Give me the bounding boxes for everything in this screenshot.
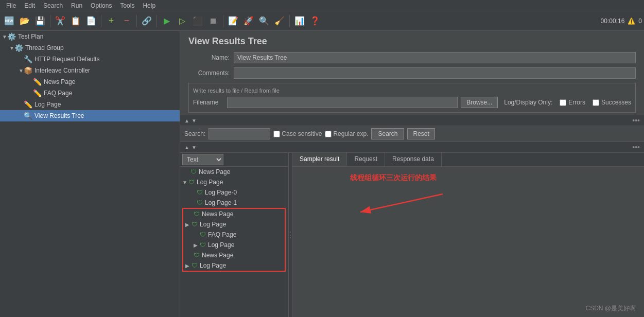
expand-arrow-logpage1[interactable]: ▼ xyxy=(182,180,188,185)
thread-group-icon: ⚙️ xyxy=(14,44,23,52)
sidebar-label-http-defaults: HTTP Request Defaults xyxy=(34,56,100,63)
result-label-lp0: Log Page-0 xyxy=(205,189,237,196)
tab-sampler-result[interactable]: Sampler result xyxy=(292,153,347,166)
sidebar-item-faq-page[interactable]: ✏️ FAQ Page xyxy=(0,87,180,99)
browse-button[interactable]: Browse... xyxy=(461,97,498,108)
case-sensitive-group: Case sensitive xyxy=(273,130,322,137)
toolbar-remote-stop[interactable]: 🔍 xyxy=(257,14,271,28)
toolbar-log[interactable]: 📊 xyxy=(292,14,307,28)
tab-request[interactable]: Request xyxy=(347,153,385,166)
toolbar-help[interactable]: ❓ xyxy=(308,14,322,28)
sidebar-item-view-results-tree[interactable]: 🔍 View Results Tree xyxy=(0,110,180,121)
result-item-news-page-3[interactable]: 🛡 News Page xyxy=(183,250,285,260)
name-label: Name: xyxy=(188,54,230,61)
toolbar-save[interactable]: 💾 xyxy=(33,14,47,28)
filename-input[interactable] xyxy=(227,97,458,108)
expand-arrow-lp3[interactable]: ▶ xyxy=(194,242,200,248)
result-item-log-page-4[interactable]: ▶ 🛡 Log Page xyxy=(183,260,285,271)
dots-menu-1[interactable]: ••• xyxy=(632,116,640,125)
errors-checkbox[interactable] xyxy=(560,99,566,106)
expand-arrow-lp2[interactable]: ▶ xyxy=(185,222,192,227)
green-shield-lp1: 🛡 xyxy=(197,199,203,206)
toolbar-paste[interactable]: 📄 xyxy=(84,14,98,28)
name-input[interactable] xyxy=(234,52,636,63)
toolbar-open[interactable]: 📂 xyxy=(18,14,32,28)
toolbar-browse[interactable]: 🔗 xyxy=(140,14,154,28)
log-page-icon: ✏️ xyxy=(24,100,32,109)
green-shield-icon-2: 🛡 xyxy=(188,179,195,186)
sidebar-label-log-page: Log Page xyxy=(34,101,61,108)
toolbar-remove[interactable]: − xyxy=(119,14,134,28)
toolbar-clear[interactable]: 🧹 xyxy=(272,14,287,28)
result-item-log-page-0[interactable]: 🛡 Log Page-0 xyxy=(180,187,288,198)
up-arrow-btn-2[interactable]: ▲ xyxy=(184,145,189,150)
sidebar-item-thread-group[interactable]: ▼ ⚙️ Thread Group xyxy=(0,42,180,54)
file-section: Write results to file / Read from file F… xyxy=(188,83,636,113)
successes-checkbox[interactable] xyxy=(593,99,599,106)
results-left-toolbar: Text HTML XML JSON xyxy=(180,153,288,167)
csdn-watermark: CSDN @是美好啊 xyxy=(585,304,636,313)
toolbar-copy[interactable]: 📋 xyxy=(68,14,83,28)
toolbar-stop[interactable]: ⬛ xyxy=(190,14,205,28)
result-label-np2: News Page xyxy=(202,210,233,218)
up-arrow-btn[interactable]: ▲ xyxy=(184,118,189,124)
green-shield-lp0: 🛡 xyxy=(197,189,203,196)
toolbar-start-no-pause[interactable]: ▷ xyxy=(175,14,189,28)
case-sensitive-checkbox[interactable] xyxy=(273,131,280,137)
search-input[interactable] xyxy=(208,128,270,139)
sidebar-item-test-plan[interactable]: ▼ ⚙️ Test Plan xyxy=(0,31,180,42)
reset-button[interactable]: Reset xyxy=(407,128,434,139)
menu-help[interactable]: Help xyxy=(138,1,160,10)
result-item-faq-page[interactable]: 🛡 FAQ Page xyxy=(183,230,285,240)
panel-title: View Results Tree xyxy=(180,31,644,50)
result-item-news-page-2[interactable]: 🛡 News Page xyxy=(183,209,285,219)
result-item-log-page-1[interactable]: ▼ 🛡 Log Page xyxy=(180,177,288,187)
menu-run[interactable]: Run xyxy=(67,1,86,10)
sidebar-item-interleave-controller[interactable]: ▼ 📦 Interleave Controller xyxy=(0,65,180,76)
search-button[interactable]: Search xyxy=(371,128,404,139)
search-label: Search: xyxy=(184,130,205,137)
menu-options[interactable]: Options xyxy=(86,1,116,10)
menu-tools[interactable]: Tools xyxy=(116,1,138,10)
result-label-faq: FAQ Page xyxy=(208,231,236,238)
menu-file[interactable]: File xyxy=(2,1,20,10)
result-item-log-page-3[interactable]: ▶ 🛡 Log Page xyxy=(183,240,285,250)
result-item-news-page-1[interactable]: 🛡 News Page xyxy=(180,167,288,177)
green-shield-lp3: 🛡 xyxy=(200,241,206,249)
name-row: Name: xyxy=(180,50,644,65)
interleave-icon: 📦 xyxy=(24,66,32,75)
sidebar-label-thread-group: Thread Group xyxy=(25,44,64,51)
sidebar-item-news-page[interactable]: ✏️ News Page xyxy=(0,76,180,87)
annotated-group: 🛡 News Page ▶ 🛡 Log Page 🛡 FAQ Page xyxy=(182,208,286,272)
tab-response-data[interactable]: Response data xyxy=(385,153,442,166)
toolbar-add[interactable]: + xyxy=(104,14,118,28)
result-item-log-page-1[interactable]: 🛡 Log Page-1 xyxy=(180,198,288,208)
toolbar-new[interactable]: 🆕 xyxy=(2,14,16,28)
expand-arrow-lp4[interactable]: ▶ xyxy=(185,263,192,269)
faq-page-icon: ✏️ xyxy=(33,89,42,97)
toolbar-shutdown[interactable]: ⏹ xyxy=(206,14,220,28)
dots-menu-2[interactable]: ••• xyxy=(632,143,640,151)
drag-handle[interactable]: ⋮ xyxy=(288,153,292,317)
regular-exp-checkbox[interactable] xyxy=(325,131,332,137)
down-arrow-btn[interactable]: ▼ xyxy=(192,118,197,124)
test-plan-icon: ⚙️ xyxy=(7,32,16,41)
sidebar-item-http-request-defaults[interactable]: 🔧 HTTP Request Defaults xyxy=(0,54,180,65)
toolbar-remote-start[interactable]: 🚀 xyxy=(241,14,256,28)
view-mode-dropdown[interactable]: Text HTML XML JSON xyxy=(182,154,223,165)
sidebar-label-faq-page: FAQ Page xyxy=(44,90,72,97)
comments-input[interactable] xyxy=(234,67,636,79)
toolbar: 🆕 📂 💾 ✂️ 📋 📄 + − 🔗 ▶ ▷ ⬛ ⏹ 📝 🚀 🔍 🧹 📊 ❓ 0… xyxy=(0,11,644,31)
menu-search[interactable]: Search xyxy=(39,1,67,10)
toolbar-cut[interactable]: ✂️ xyxy=(53,14,67,28)
file-section-title: Write results to file / Read from file xyxy=(193,87,631,94)
results-left: Text HTML XML JSON 🛡 News Page ▼ 🛡 Log P… xyxy=(180,153,288,317)
menu-edit[interactable]: Edit xyxy=(20,1,39,10)
right-panel: View Results Tree Name: Comments: Write … xyxy=(180,31,644,317)
toolbar-templates[interactable]: 📝 xyxy=(226,14,240,28)
result-item-log-page-2[interactable]: ▶ 🛡 Log Page xyxy=(183,219,285,230)
toolbar-start[interactable]: ▶ xyxy=(160,14,174,28)
warning-count: 0 xyxy=(638,17,642,25)
down-arrow-btn-2[interactable]: ▼ xyxy=(192,145,197,150)
sidebar-item-log-page[interactable]: ✏️ Log Page xyxy=(0,99,180,110)
